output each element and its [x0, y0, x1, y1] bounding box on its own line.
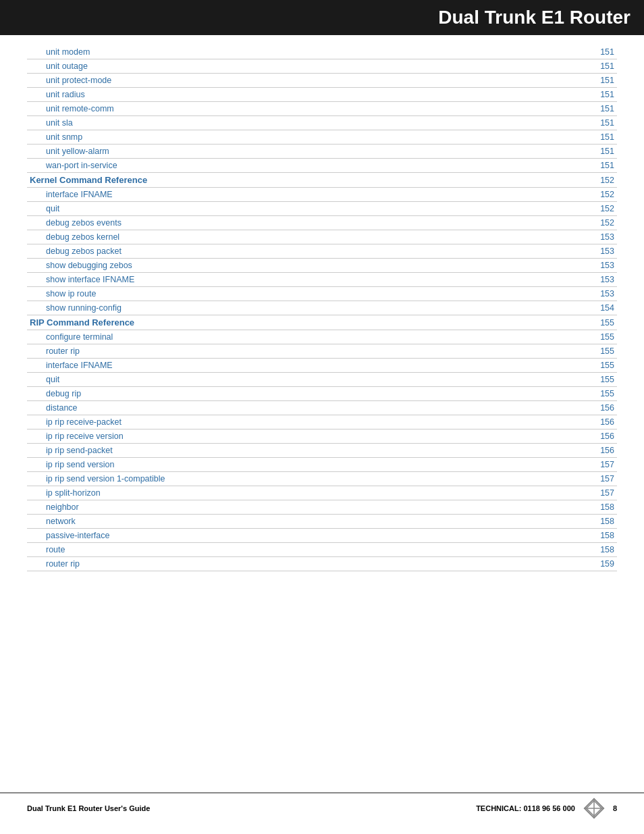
toc-row[interactable]: RIP Command Reference155 [27, 315, 617, 330]
toc-label: show interface IFNAME [27, 273, 576, 287]
toc-row[interactable]: distance156 [27, 401, 617, 415]
toc-label: interface IFNAME [27, 188, 576, 202]
toc-row[interactable]: unit sla151 [27, 116, 617, 130]
toc-row[interactable]: unit protect-mode151 [27, 74, 617, 88]
footer-left-label: Dual Trunk E1 Router User's Guide [27, 804, 150, 812]
toc-label: show ip route [27, 287, 576, 301]
toc-label: ip rip send-packet [27, 444, 576, 458]
toc-row[interactable]: ip rip send version157 [27, 458, 617, 472]
toc-row[interactable]: route158 [27, 543, 617, 557]
toc-label: wan-port in-service [27, 159, 576, 173]
toc-label: ip rip receive version [27, 429, 576, 444]
toc-row[interactable]: configure terminal155 [27, 330, 617, 344]
page-title: Dual Trunk E1 Router [14, 7, 630, 28]
toc-page: 151 [576, 130, 617, 145]
toc-page: 151 [576, 159, 617, 173]
toc-label: Kernel Command Reference [27, 173, 576, 188]
toc-label: debug zebos packet [27, 244, 576, 259]
toc-row[interactable]: unit snmp151 [27, 130, 617, 145]
toc-row[interactable]: router rip159 [27, 557, 617, 571]
toc-page: 155 [576, 359, 617, 373]
toc-row[interactable]: wan-port in-service151 [27, 159, 617, 173]
toc-row[interactable]: ip rip send version 1-compatible157 [27, 472, 617, 486]
toc-row[interactable]: quit155 [27, 373, 617, 387]
toc-row[interactable]: quit152 [27, 202, 617, 216]
toc-page: 158 [576, 529, 617, 543]
toc-row[interactable]: interface IFNAME155 [27, 359, 617, 373]
toc-page: 151 [576, 145, 617, 159]
toc-row[interactable]: passive-interface158 [27, 529, 617, 543]
toc-label: unit protect-mode [27, 74, 576, 88]
toc-row[interactable]: debug rip155 [27, 387, 617, 401]
toc-label: network [27, 515, 576, 529]
toc-label: unit modem [27, 45, 576, 59]
toc-page: 153 [576, 230, 617, 244]
toc-row[interactable]: ip rip receive-packet156 [27, 415, 617, 429]
toc-row[interactable]: network158 [27, 515, 617, 529]
toc-page: 155 [576, 330, 617, 344]
toc-page: 151 [576, 116, 617, 130]
toc-label: unit yellow-alarm [27, 145, 576, 159]
toc-label: unit snmp [27, 130, 576, 145]
toc-label: router rip [27, 557, 576, 571]
toc-label: unit remote-comm [27, 102, 576, 116]
toc-row[interactable]: ip rip receive version156 [27, 429, 617, 444]
toc-label: configure terminal [27, 330, 576, 344]
toc-page: 156 [576, 415, 617, 429]
toc-page: 151 [576, 102, 617, 116]
toc-page: 156 [576, 444, 617, 458]
toc-page: 158 [576, 500, 617, 515]
toc-label: ip rip receive-packet [27, 415, 576, 429]
toc-label: RIP Command Reference [27, 315, 576, 330]
logo-icon [582, 796, 606, 820]
toc-label: distance [27, 401, 576, 415]
toc-content: unit modem151unit outage151unit protect-… [0, 35, 644, 585]
toc-label: interface IFNAME [27, 359, 576, 373]
toc-page: 156 [576, 401, 617, 415]
toc-row[interactable]: show running-config154 [27, 301, 617, 315]
toc-row[interactable]: unit radius151 [27, 88, 617, 102]
toc-page: 157 [576, 486, 617, 500]
toc-label: ip rip send version [27, 458, 576, 472]
toc-page: 158 [576, 515, 617, 529]
toc-page: 155 [576, 315, 617, 330]
toc-row[interactable]: ip split-horizon157 [27, 486, 617, 500]
toc-page: 153 [576, 244, 617, 259]
toc-row[interactable]: Kernel Command Reference152 [27, 173, 617, 188]
toc-page: 155 [576, 387, 617, 401]
toc-row[interactable]: unit modem151 [27, 45, 617, 59]
toc-page: 158 [576, 543, 617, 557]
toc-page: 153 [576, 273, 617, 287]
toc-row[interactable]: debug zebos events152 [27, 216, 617, 230]
toc-page: 152 [576, 202, 617, 216]
toc-label: debug rip [27, 387, 576, 401]
toc-page: 155 [576, 344, 617, 359]
toc-page: 157 [576, 472, 617, 486]
toc-row[interactable]: debug zebos packet153 [27, 244, 617, 259]
toc-row[interactable]: unit outage151 [27, 59, 617, 74]
toc-page: 153 [576, 259, 617, 273]
toc-label: debug zebos events [27, 216, 576, 230]
toc-label: quit [27, 202, 576, 216]
toc-page: 152 [576, 173, 617, 188]
toc-label: show debugging zebos [27, 259, 576, 273]
toc-row[interactable]: show ip route153 [27, 287, 617, 301]
toc-row[interactable]: router rip155 [27, 344, 617, 359]
toc-row[interactable]: ip rip send-packet156 [27, 444, 617, 458]
toc-row[interactable]: unit yellow-alarm151 [27, 145, 617, 159]
toc-page: 154 [576, 301, 617, 315]
page-number: 8 [613, 804, 617, 812]
toc-page: 157 [576, 458, 617, 472]
toc-page: 152 [576, 188, 617, 202]
page-header: Dual Trunk E1 Router [0, 0, 644, 35]
toc-row[interactable]: debug zebos kernel153 [27, 230, 617, 244]
toc-row[interactable]: show interface IFNAME153 [27, 273, 617, 287]
toc-row[interactable]: neighbor158 [27, 500, 617, 515]
toc-row[interactable]: interface IFNAME152 [27, 188, 617, 202]
toc-label: unit outage [27, 59, 576, 74]
toc-label: neighbor [27, 500, 576, 515]
toc-page: 151 [576, 59, 617, 74]
toc-row[interactable]: unit remote-comm151 [27, 102, 617, 116]
toc-label: unit radius [27, 88, 576, 102]
toc-row[interactable]: show debugging zebos153 [27, 259, 617, 273]
